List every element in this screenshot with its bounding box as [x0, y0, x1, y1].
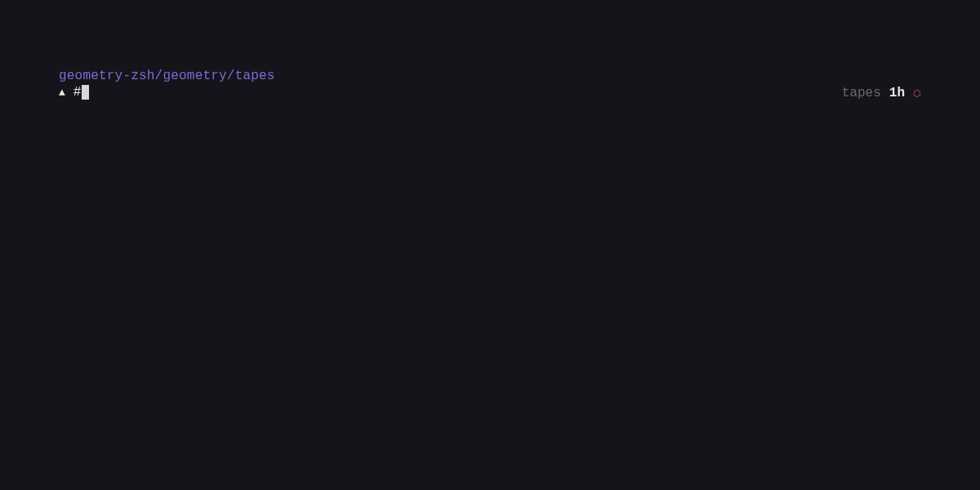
terminal-window[interactable]: geometry-zsh/geometry/tapes ▲ # [0, 0, 980, 490]
cursor-icon [82, 85, 89, 100]
prompt-hash: # [74, 85, 82, 100]
prompt-line[interactable]: ▲ # [59, 85, 921, 100]
right-status-bar: tapes 1h ⬡ [842, 86, 921, 100]
git-branch-name: tapes [842, 86, 881, 100]
command-duration: 1h [889, 86, 905, 100]
prompt-left: ▲ # [59, 85, 89, 100]
current-path: geometry-zsh/geometry/tapes [59, 69, 921, 83]
git-status-icon: ⬡ [913, 88, 921, 99]
prompt-triangle-icon: ▲ [59, 87, 65, 99]
